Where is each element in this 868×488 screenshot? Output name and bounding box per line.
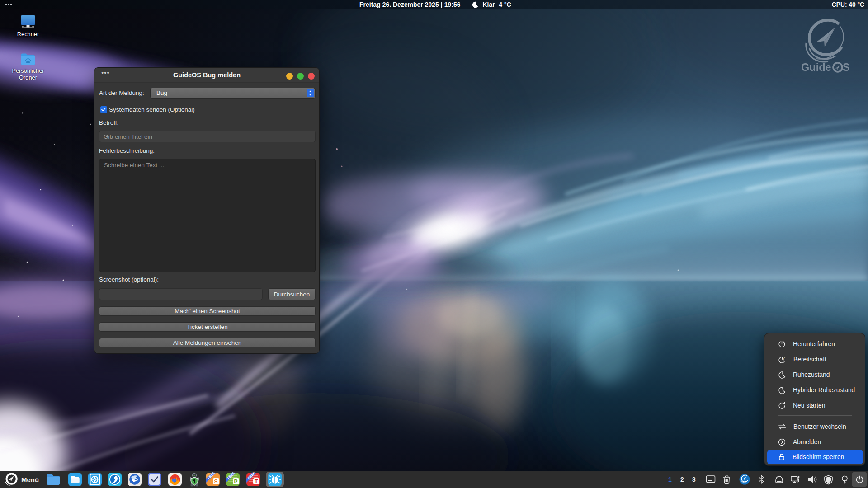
svg-text:Guide: Guide: [801, 61, 831, 73]
svg-text:T: T: [255, 479, 258, 485]
svg-text:P: P: [234, 479, 238, 485]
svg-text:S: S: [843, 61, 850, 73]
svg-text:S: S: [214, 479, 218, 485]
svg-text:z: z: [784, 356, 786, 358]
